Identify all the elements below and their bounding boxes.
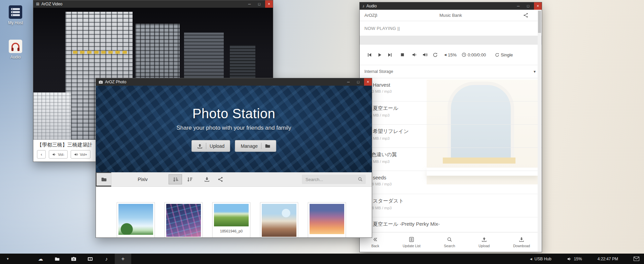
minimize-button[interactable]: ─	[246, 0, 253, 8]
back-button[interactable]: Back	[371, 237, 379, 248]
usb-hub-indicator[interactable]: ◀ USB Hub	[530, 257, 551, 261]
minimize-button[interactable]: ─	[514, 2, 522, 10]
host-icon	[9, 5, 22, 19]
repeat-button[interactable]	[433, 52, 438, 57]
download-button[interactable]	[204, 177, 210, 182]
taskbar-app-buttons: ☁ ♪ +	[32, 254, 131, 264]
video-app-button[interactable]	[82, 254, 98, 264]
photo-image	[310, 204, 344, 234]
volume-down-button[interactable]: Vol-	[49, 150, 68, 159]
video-titlebar[interactable]: ⊞ ArOZ Video ─ □ ×	[33, 0, 273, 8]
close-button[interactable]: ×	[265, 0, 273, 8]
maximize-button[interactable]: □	[255, 0, 263, 8]
audio-window-title: Audio	[366, 4, 377, 8]
audio-scrollbar[interactable]	[538, 10, 541, 252]
photo-app-button[interactable]	[65, 254, 82, 264]
sort-descending-button[interactable]	[183, 174, 196, 184]
seek-bar[interactable]	[360, 36, 542, 45]
share-button[interactable]	[523, 13, 528, 18]
track-meta: 10.93 MB / mp3	[364, 89, 542, 93]
audio-window: ♪ Audio ─ □ × ArOZβ Music Bank NOW PLAYI…	[359, 2, 542, 252]
desktop-icon-label: Audio	[4, 55, 27, 59]
share-button[interactable]	[218, 177, 223, 182]
close-button[interactable]: ×	[534, 2, 542, 10]
add-app-button[interactable]: +	[115, 254, 131, 264]
track-row[interactable]: 01. 希望リフレイン 9.09 MB / mp3	[360, 125, 542, 148]
volume-indicator[interactable]: ◀ 15%	[444, 52, 457, 57]
play-button[interactable]	[377, 52, 382, 57]
loop-icon	[495, 53, 499, 57]
photo-hero-banner: Photo Station Share your photo with your…	[96, 86, 372, 172]
update-list-label: Update List	[403, 244, 421, 248]
update-list-button[interactable]: Update List	[403, 237, 421, 248]
folder-root-button[interactable]	[96, 172, 111, 186]
minimize-button[interactable]: ─	[345, 78, 352, 86]
track-title: 02. 夏空エール -Pretty Perky Mix-	[364, 221, 542, 227]
photo-thumbnail[interactable]	[308, 202, 346, 238]
track-title: 01. 希望リフレイン	[364, 128, 542, 135]
search-icon	[447, 237, 452, 242]
track-row[interactable]: 01.色違いの翼 9.63 MB / mp3	[360, 148, 542, 171]
photo-titlebar[interactable]: ArOZ Photo ─ □ ×	[96, 78, 372, 86]
list-icon	[409, 237, 414, 242]
clock[interactable]: 4:22:47 PM	[598, 257, 618, 261]
track-row[interactable]: 02. seeds 12.99 MB / mp3	[360, 171, 542, 194]
folder-icon	[55, 256, 60, 262]
photo-thumbnail[interactable]	[165, 202, 203, 238]
download-icon	[519, 237, 524, 242]
volume-down-icon-button[interactable]	[412, 52, 417, 57]
storage-selector[interactable]: Internal Storage ▾	[360, 65, 542, 78]
next-track-button[interactable]	[387, 52, 392, 57]
photo-toolbar: Pixiv	[96, 172, 372, 187]
film-icon	[87, 256, 93, 262]
search-button[interactable]: Search	[444, 237, 455, 248]
track-row[interactable]: 01. 夏空エール 9.37 MB / mp3	[360, 101, 542, 125]
album-breadcrumb[interactable]: Pixiv	[131, 177, 154, 182]
music-app-button[interactable]: ♪	[98, 254, 115, 264]
volume-up-icon-button[interactable]	[422, 52, 428, 57]
play-mode-value: Single	[501, 52, 513, 57]
file-explorer-button[interactable]	[49, 254, 65, 264]
manage-button[interactable]: Manage	[235, 140, 276, 152]
volume-up-button[interactable]: Vol+	[71, 150, 91, 159]
desktop-icon-my-host[interactable]: My Host	[4, 5, 27, 25]
track-row[interactable]: 02. スターダスト 12.39 MB / mp3	[360, 194, 542, 217]
photo-thumbnail[interactable]: 18561946_p0	[212, 202, 250, 238]
brand-label: ArOZβ	[364, 13, 378, 18]
hero-buttons: Upload Manage	[191, 140, 276, 152]
audio-titlebar[interactable]: ♪ Audio ─ □ ×	[360, 2, 542, 10]
photo-filename: 12436825_p0	[118, 237, 153, 238]
upload-icon	[197, 143, 203, 149]
download-button[interactable]: Downboad	[513, 237, 530, 248]
photo-thumbnail[interactable]	[260, 202, 298, 238]
track-row[interactable]: 01. Harvest 10.93 MB / mp3	[360, 78, 542, 101]
desktop-cloud-button[interactable]: ☁	[32, 254, 49, 264]
upload-button[interactable]: Upload	[191, 140, 230, 152]
volume-indicator[interactable]: 15%	[567, 257, 582, 261]
chevron-down-icon: ▾	[534, 69, 536, 74]
download-label: Downboad	[513, 244, 530, 248]
taskbar-expand-button[interactable]: ▾	[0, 254, 15, 264]
audio-header: ArOZβ Music Bank	[360, 10, 542, 21]
sort-ascending-button[interactable]	[169, 174, 182, 184]
video-back-button[interactable]: ‹	[37, 150, 46, 159]
desktop-icon-audio[interactable]: Audio	[4, 40, 27, 59]
maximize-button[interactable]: □	[354, 78, 362, 86]
button-divider	[206, 143, 206, 149]
upload-button[interactable]: Upload	[478, 237, 490, 248]
photo-thumbnail[interactable]: 12436825_p0	[117, 202, 155, 238]
stop-button[interactable]	[400, 52, 405, 57]
close-button[interactable]: ×	[364, 78, 372, 86]
track-title: 02. スターダスト	[364, 198, 542, 204]
speaker-high-icon	[74, 152, 78, 157]
previous-track-button[interactable]	[367, 52, 372, 57]
track-row[interactable]: 02. 夏空エール -Pretty Perky Mix-	[360, 217, 542, 232]
maximize-button[interactable]: □	[524, 2, 532, 10]
search-input[interactable]	[302, 175, 366, 184]
button-divider	[261, 143, 261, 149]
search-icon[interactable]	[358, 177, 363, 182]
speaker-low-icon	[52, 152, 56, 157]
scrollbar-thumb[interactable]	[538, 11, 541, 33]
mail-icon[interactable]	[634, 257, 639, 261]
play-mode-toggle[interactable]: Single	[495, 52, 513, 57]
